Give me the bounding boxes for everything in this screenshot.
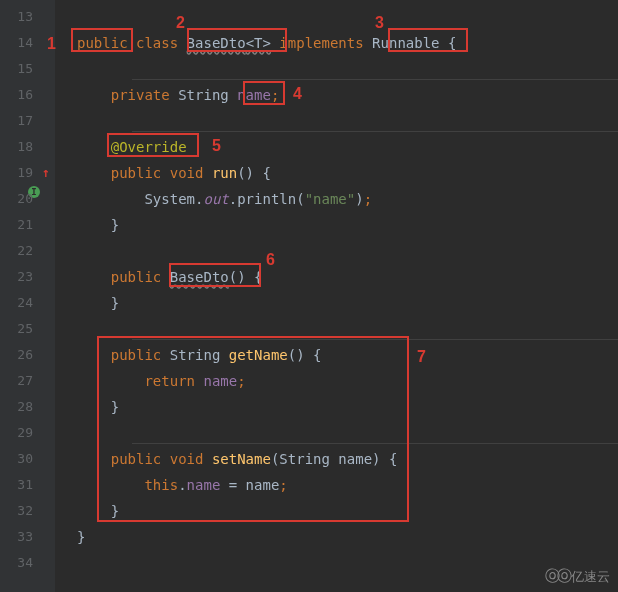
line-number[interactable]: 34 bbox=[0, 550, 55, 576]
method-setname: setName bbox=[212, 451, 271, 467]
brace: { bbox=[389, 451, 397, 467]
parens: () bbox=[237, 165, 254, 181]
line-number[interactable]: 32 bbox=[0, 498, 55, 524]
line-number[interactable]: 27 bbox=[0, 368, 55, 394]
keyword-public: public bbox=[111, 347, 162, 363]
line-number[interactable]: 21 bbox=[0, 212, 55, 238]
line-number[interactable]: 13 bbox=[0, 4, 55, 30]
brace-close: } bbox=[111, 295, 119, 311]
code-line[interactable] bbox=[77, 238, 618, 264]
line-number[interactable]: 22 bbox=[0, 238, 55, 264]
brace-close: } bbox=[77, 529, 85, 545]
line-number[interactable]: 24 bbox=[0, 290, 55, 316]
brace-close: } bbox=[111, 217, 119, 233]
field-name: name bbox=[237, 87, 271, 103]
paren-close: ) bbox=[372, 451, 380, 467]
keyword-return: return bbox=[144, 373, 195, 389]
method-println: println bbox=[237, 191, 296, 207]
code-line[interactable]: } bbox=[77, 212, 618, 238]
code-line[interactable]: } bbox=[77, 498, 618, 524]
line-number[interactable]: 17 bbox=[0, 108, 55, 134]
line-number[interactable]: 20 bbox=[0, 186, 55, 212]
brace-close: } bbox=[111, 399, 119, 415]
code-line[interactable]: } bbox=[77, 394, 618, 420]
brace: { bbox=[262, 165, 270, 181]
code-line[interactable]: } bbox=[77, 290, 618, 316]
semicolon: ; bbox=[364, 191, 372, 207]
string-literal: "name" bbox=[305, 191, 356, 207]
param-ref: name bbox=[246, 477, 280, 493]
keyword-class: class bbox=[136, 35, 178, 51]
gutter: 13 14 15 16 17 18 19 I ↑ 20 21 22 23 24 … bbox=[0, 0, 55, 592]
keyword-void: void bbox=[170, 451, 204, 467]
code-line[interactable] bbox=[77, 56, 618, 82]
line-number[interactable]: 25 bbox=[0, 316, 55, 342]
brace-close: } bbox=[111, 503, 119, 519]
semicolon: ; bbox=[271, 87, 279, 103]
code-line[interactable]: @Override bbox=[77, 134, 618, 160]
class-name: BaseDto bbox=[187, 35, 246, 51]
keyword-public: public bbox=[77, 35, 128, 51]
dot: . bbox=[178, 477, 186, 493]
code-line[interactable]: public void run() { bbox=[77, 160, 618, 186]
code-line[interactable] bbox=[77, 550, 618, 576]
line-number[interactable]: 31 bbox=[0, 472, 55, 498]
watermark: ⓞⓞ 亿速云 bbox=[545, 567, 610, 586]
method-getname: getName bbox=[229, 347, 288, 363]
out-field: out bbox=[203, 191, 228, 207]
line-number[interactable]: 30 bbox=[0, 446, 55, 472]
annotation-label-2: 2 bbox=[176, 14, 185, 32]
code-area[interactable]: public class BaseDto<T> implements Runna… bbox=[55, 0, 618, 592]
generic-type: <T> bbox=[246, 35, 271, 51]
dot: . bbox=[229, 191, 237, 207]
keyword-public: public bbox=[111, 451, 162, 467]
annotation-override: @Override bbox=[111, 139, 187, 155]
annotation-label-3: 3 bbox=[375, 14, 384, 32]
parens: () bbox=[288, 347, 305, 363]
type-string: String bbox=[170, 347, 221, 363]
line-number[interactable]: 19 I ↑ bbox=[0, 160, 55, 186]
interface-name: Runnable bbox=[372, 35, 439, 51]
constructor-name: BaseDto bbox=[170, 269, 229, 285]
semicolon: ; bbox=[279, 477, 287, 493]
paren-close: ) bbox=[355, 191, 363, 207]
semicolon: ; bbox=[237, 373, 245, 389]
keyword-public: public bbox=[111, 269, 162, 285]
param-name: name bbox=[338, 451, 372, 467]
line-number[interactable]: 23 bbox=[0, 264, 55, 290]
parens: () bbox=[229, 269, 246, 285]
keyword-public: public bbox=[111, 165, 162, 181]
line-number[interactable]: 33 bbox=[0, 524, 55, 550]
field-name: name bbox=[203, 373, 237, 389]
code-line[interactable] bbox=[77, 108, 618, 134]
code-line[interactable] bbox=[77, 316, 618, 342]
method-run: run bbox=[212, 165, 237, 181]
code-line[interactable]: return name; bbox=[77, 368, 618, 394]
code-line[interactable]: public class BaseDto<T> implements Runna… bbox=[77, 30, 618, 56]
keyword-private: private bbox=[111, 87, 170, 103]
code-line[interactable]: this.name = name; bbox=[77, 472, 618, 498]
line-number[interactable]: 18 bbox=[0, 134, 55, 160]
line-number[interactable]: 29 bbox=[0, 420, 55, 446]
code-line[interactable]: System.out.println("name"); bbox=[77, 186, 618, 212]
watermark-text: 亿速云 bbox=[571, 568, 610, 586]
code-line[interactable]: } bbox=[77, 524, 618, 550]
param-type: String bbox=[279, 451, 330, 467]
type-string: String bbox=[178, 87, 229, 103]
code-line[interactable] bbox=[77, 4, 618, 30]
code-editor: 13 14 15 16 17 18 19 I ↑ 20 21 22 23 24 … bbox=[0, 0, 618, 592]
line-number[interactable]: 28 bbox=[0, 394, 55, 420]
code-line[interactable]: public String getName() { bbox=[77, 342, 618, 368]
annotation-label-7: 7 bbox=[417, 348, 426, 366]
line-number[interactable]: 15 bbox=[0, 56, 55, 82]
line-number[interactable]: 16 bbox=[0, 82, 55, 108]
system-class: System. bbox=[144, 191, 203, 207]
code-line[interactable] bbox=[77, 420, 618, 446]
code-line[interactable]: public void setName(String name) { bbox=[77, 446, 618, 472]
brace: { bbox=[313, 347, 321, 363]
code-line[interactable]: public BaseDto() { bbox=[77, 264, 618, 290]
keyword-void: void bbox=[170, 165, 204, 181]
line-number[interactable]: 26 bbox=[0, 342, 55, 368]
field-name: name bbox=[187, 477, 221, 493]
code-line[interactable]: private String name; bbox=[77, 82, 618, 108]
